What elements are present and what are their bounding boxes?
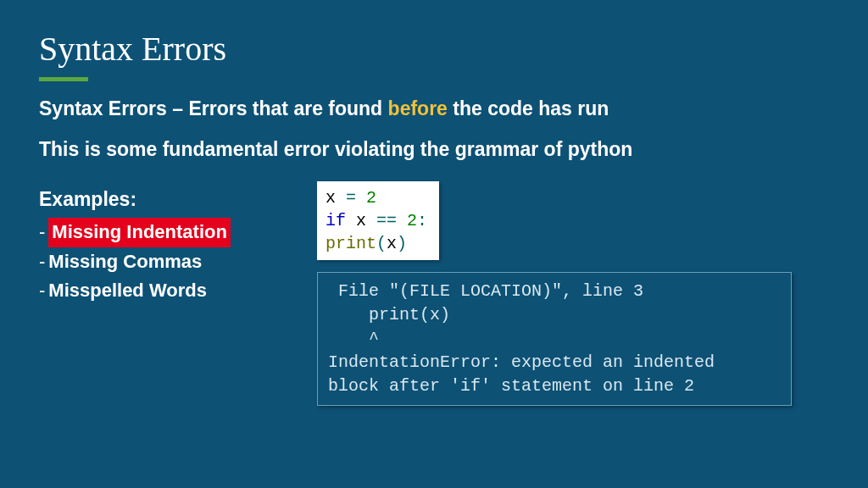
code-token: if (326, 211, 356, 230)
def-highlight: before (388, 97, 448, 119)
error-output: File "(FILE LOCATION)", line 3 print(x) … (317, 272, 792, 406)
code-token: x (356, 211, 376, 230)
slide-title: Syntax Errors (39, 29, 829, 69)
bullet-dash: - (39, 221, 45, 242)
examples-column: Examples: -Missing Indentation -Missing … (39, 181, 293, 406)
code-token: : (417, 211, 427, 230)
code-token: = (346, 188, 366, 208)
example-highlighted: Missing Indentation (48, 218, 231, 247)
list-item: -Missing Commas (39, 247, 293, 276)
def-suffix: the code has run (448, 97, 609, 119)
examples-heading: Examples: (39, 188, 293, 211)
code-column: x = 2 if x == 2: print(x) File "(FILE LO… (317, 181, 829, 406)
code-token: ( (376, 234, 387, 253)
title-underline (39, 77, 88, 81)
description-line: This is some fundamental error violating… (39, 137, 829, 163)
example-text: Missing Commas (48, 251, 202, 272)
code-token: print (326, 234, 376, 253)
definition-line: Syntax Errors – Errors that are found be… (39, 97, 829, 122)
code-token: 2 (407, 211, 417, 230)
bullet-dash: - (39, 251, 45, 272)
code-token: x (326, 188, 346, 208)
list-item: -Misspelled Words (39, 276, 293, 305)
def-prefix: Syntax Errors – Errors that are found (39, 97, 388, 119)
code-token: x (387, 234, 397, 253)
code-line: x = 2 (326, 186, 427, 209)
code-line: if x == 2: (326, 209, 427, 232)
code-token: ) (397, 234, 407, 253)
code-token: == (376, 211, 407, 230)
code-snippet: x = 2 if x == 2: print(x) (317, 181, 439, 260)
list-item: -Missing Indentation (39, 218, 293, 247)
code-line: print(x) (326, 232, 427, 255)
bullet-dash: - (39, 280, 45, 301)
content-columns: Examples: -Missing Indentation -Missing … (39, 181, 829, 406)
code-token: 2 (366, 188, 376, 208)
example-text: Misspelled Words (48, 280, 207, 301)
